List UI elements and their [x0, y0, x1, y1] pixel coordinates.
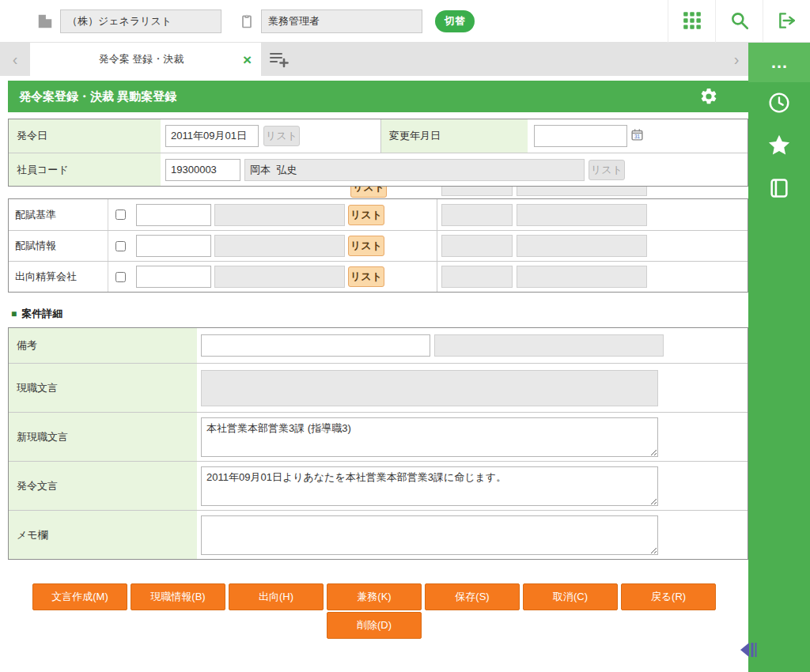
- role-field[interactable]: [261, 9, 422, 33]
- order-text-cell: 2011年09月01日よりあなたを本社営業本部営業3課に命じます。: [197, 466, 748, 506]
- tab-bar: ‹ 発令案 登録・決裁 × ›: [0, 43, 748, 76]
- order-text-label: 発令文言: [9, 462, 197, 510]
- table-row: 新現職文言 本社営業本部営業3課 (指導職3): [9, 412, 748, 461]
- square-bullet-icon: ■: [11, 308, 17, 319]
- sidebar-more-button[interactable]: …: [748, 43, 810, 82]
- sidebar-manual-button[interactable]: [748, 168, 810, 210]
- logout-button[interactable]: [763, 0, 810, 43]
- search-button[interactable]: [715, 0, 763, 43]
- allocation-name-input: [214, 204, 345, 226]
- allocation-code-input[interactable]: [136, 235, 211, 257]
- save-button[interactable]: 保存(S): [425, 583, 520, 610]
- allocation-row-label: 配賦情報: [9, 231, 108, 261]
- checkbox-cell: [108, 241, 132, 251]
- remarks-input[interactable]: [201, 334, 430, 357]
- tab-close-icon[interactable]: ×: [243, 52, 252, 67]
- cancel-button[interactable]: 取消(C): [523, 583, 618, 610]
- history-icon: [766, 90, 792, 118]
- allocation-prev-code: [441, 204, 513, 226]
- allocation-checkbox[interactable]: [115, 272, 126, 282]
- allocation-list-button[interactable]: リスト: [348, 236, 384, 256]
- tab-scroll-left[interactable]: ‹: [0, 43, 30, 76]
- remarks-readonly-input: [434, 334, 664, 357]
- checkbox-cell: [108, 272, 132, 282]
- allocation-name-input: [214, 266, 345, 288]
- allocation-row-label: 出向精算会社: [9, 262, 108, 292]
- clipboard-icon: [239, 13, 255, 29]
- allocation-inputs-right: [437, 266, 748, 288]
- action-button-row-2: 削除(D): [0, 612, 748, 639]
- new-position-label: 新現職文言: [9, 413, 197, 461]
- table-row: 備考: [9, 328, 748, 363]
- collapse-arrow-icon: [739, 640, 761, 659]
- calendar-icon[interactable]: 31: [630, 128, 644, 144]
- compose-text-button[interactable]: 文言作成(M): [32, 583, 127, 610]
- top-header: 切替: [0, 0, 810, 43]
- employee-code-cell: リスト: [161, 159, 748, 181]
- allocation-code-input[interactable]: [136, 266, 211, 288]
- settings-button[interactable]: [699, 87, 718, 106]
- allocation-prev-code: [441, 266, 513, 288]
- new-tab-button[interactable]: [269, 51, 290, 70]
- back-button[interactable]: 戻る(R): [621, 583, 716, 610]
- change-date-cell: 31: [528, 125, 748, 147]
- clipped-readonly-input: [441, 187, 513, 196]
- company-field[interactable]: [60, 9, 221, 33]
- allocation-prev-name: [517, 235, 647, 257]
- remarks-cell: [197, 334, 748, 357]
- allocation-code-input[interactable]: [136, 204, 211, 226]
- issue-date-input[interactable]: [165, 125, 259, 147]
- tab-active[interactable]: 発令案 登録・決裁 ×: [30, 43, 261, 76]
- tab-label: 発令案 登録・決裁: [40, 52, 243, 66]
- allocation-inputs-left: リスト: [132, 231, 437, 261]
- concurrent-button[interactable]: 兼務(K): [327, 583, 422, 610]
- clipped-list-button[interactable]: リスト: [350, 187, 387, 198]
- star-icon: [766, 133, 792, 160]
- switch-button[interactable]: 切替: [435, 10, 475, 32]
- employee-code-input[interactable]: [165, 159, 240, 181]
- issue-date-label: 発令日: [9, 119, 161, 153]
- allocation-prev-code: [441, 235, 513, 257]
- tab-scroll-right[interactable]: ›: [726, 43, 747, 76]
- table-row: 現職文言: [9, 363, 748, 412]
- allocation-prev-name: [517, 266, 647, 288]
- right-sidebar: …: [748, 43, 810, 672]
- employee-code-label: 社員コード: [9, 153, 161, 186]
- change-date-input[interactable]: [534, 125, 627, 147]
- gear-icon: [699, 87, 718, 106]
- allocation-list-button[interactable]: リスト: [348, 266, 384, 287]
- memo-cell: [197, 515, 748, 555]
- secondment-button[interactable]: 出向(H): [229, 583, 324, 610]
- allocation-checkbox[interactable]: [115, 241, 126, 251]
- table-row: 配賦基準 リスト: [9, 199, 748, 230]
- allocation-list-button[interactable]: リスト: [348, 205, 384, 225]
- table-row: 発令文言 2011年09月01日よりあなたを本社営業本部営業3課に命じます。: [9, 461, 748, 510]
- memo-textarea[interactable]: [201, 515, 658, 555]
- sidebar-history-button[interactable]: [748, 82, 810, 125]
- table-row: メモ欄: [9, 510, 748, 559]
- employee-list-button[interactable]: リスト: [589, 160, 625, 180]
- sidebar-favorites-button[interactable]: [748, 125, 810, 168]
- clipped-readonly-input: [517, 187, 647, 196]
- memo-label: メモ欄: [9, 511, 197, 559]
- allocation-row-label: 配賦基準: [9, 199, 108, 230]
- main-content: 発令案登録・決裁 異動案登録 発令日 リスト 変更年月日 31: [0, 76, 748, 672]
- issue-date-list-button[interactable]: リスト: [263, 126, 300, 146]
- order-text-textarea[interactable]: 2011年09月01日よりあなたを本社営業本部営業3課に命じます。: [201, 466, 658, 506]
- building-icon: [36, 13, 54, 30]
- table-row: 出向精算会社 リスト: [9, 261, 748, 292]
- remarks-label: 備考: [9, 328, 197, 363]
- header-actions: [668, 0, 810, 43]
- panel-collapse-handle[interactable]: [739, 640, 761, 662]
- page-title: 発令案登録・決裁 異動案登録: [19, 89, 176, 104]
- delete-button[interactable]: 削除(D): [327, 612, 422, 639]
- allocation-name-input: [214, 235, 345, 257]
- logout-icon: [777, 10, 797, 33]
- new-position-textarea[interactable]: 本社営業本部営業3課 (指導職3): [201, 417, 658, 457]
- new-position-cell: 本社営業本部営業3課 (指導職3): [197, 417, 748, 457]
- table-row: 配賦情報 リスト: [9, 230, 748, 261]
- allocation-table: 配賦基準 リスト 配賦情報: [8, 198, 748, 293]
- allocation-checkbox[interactable]: [115, 210, 126, 220]
- app-menu-button[interactable]: [668, 0, 715, 43]
- current-info-button[interactable]: 現職情報(B): [131, 583, 225, 610]
